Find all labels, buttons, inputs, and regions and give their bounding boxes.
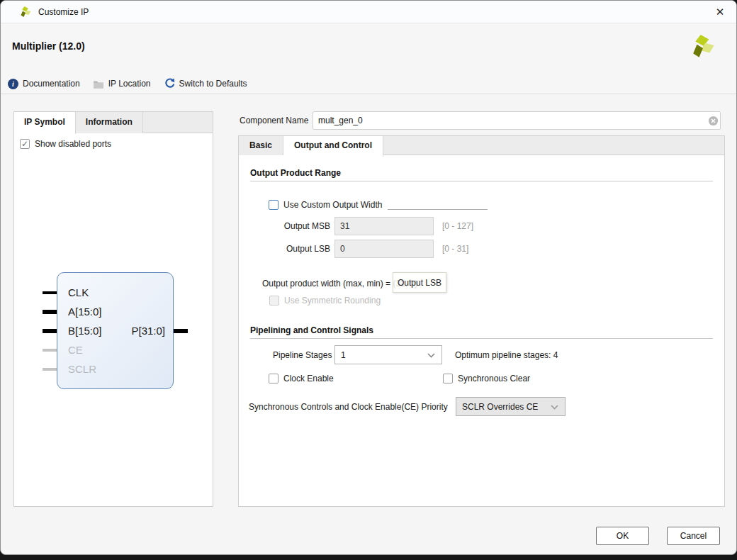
- synchronous-clear-checkbox[interactable]: [443, 374, 453, 383]
- left-tabbar: IP Symbol Information: [14, 112, 213, 133]
- priority-select[interactable]: SCLR Overrides CE: [456, 397, 566, 416]
- use-symmetric-rounding-row: Use Symmetric Rounding: [269, 296, 381, 306]
- port-b: B[15:0]: [68, 325, 102, 337]
- output-lsb-tooltip: Output LSB: [393, 272, 446, 293]
- ip-symbol-panel: IP Symbol Information ✓ Show disabled po…: [13, 111, 213, 507]
- decorative-rule: [388, 209, 488, 210]
- ip-location-label: IP Location: [108, 79, 151, 89]
- a-port-stub: [43, 310, 57, 314]
- component-name-label: Component Name: [240, 116, 308, 125]
- section-divider: [250, 181, 713, 181]
- tab-information[interactable]: Information: [76, 112, 143, 133]
- documentation-label: Documentation: [23, 79, 80, 89]
- port-a: A[15:0]: [68, 306, 102, 318]
- ip-symbol-body: CLK A[15:0] B[15:0] CE SCLR P[31:0]: [57, 272, 174, 389]
- sclr-port-stub: [43, 368, 57, 371]
- cancel-button[interactable]: Cancel: [667, 527, 720, 545]
- port-p: P[31:0]: [131, 325, 165, 337]
- output-product-range-title: Output Product Range: [250, 168, 341, 178]
- use-symmetric-rounding-label: Use Symmetric Rounding: [284, 296, 381, 306]
- synchronous-clear-row: Synchronous Clear: [443, 374, 530, 383]
- clk-port-stub: [43, 291, 57, 294]
- clock-enable-checkbox[interactable]: [269, 374, 279, 383]
- title-bar: Customize IP ✕: [1, 1, 736, 23]
- b-port-stub: [43, 329, 57, 333]
- component-name-input[interactable]: [313, 111, 721, 130]
- clock-enable-label: Clock Enable: [283, 374, 334, 383]
- use-symmetric-rounding-checkbox: [269, 296, 279, 306]
- pipeline-stages-value: 1: [341, 350, 346, 360]
- config-tabbar: Basic Output and Control: [238, 135, 725, 155]
- tab-ip-symbol[interactable]: IP Symbol: [14, 112, 76, 134]
- priority-value: SCLR Overrides CE: [462, 402, 538, 412]
- dialog-header: Multiplier (12.0) i Documentation IP Loc…: [1, 23, 736, 94]
- header-toolbar: i Documentation IP Location Switch to De…: [8, 77, 247, 91]
- optimum-pipeline-text: Optimum pipeline stages: 4: [455, 350, 558, 360]
- port-sclr: SCLR: [68, 363, 96, 375]
- use-custom-output-width-checkbox[interactable]: [269, 200, 279, 210]
- show-disabled-ports-row: ✓ Show disabled ports: [20, 139, 111, 149]
- use-custom-output-width-row: Use Custom Output Width: [269, 200, 382, 210]
- output-lsb-input[interactable]: [334, 240, 434, 258]
- tab-basic[interactable]: Basic: [239, 136, 283, 156]
- clear-icon[interactable]: [708, 116, 719, 126]
- section-divider: [250, 338, 713, 339]
- customize-ip-dialog: Customize IP ✕ Multiplier (12.0) i Docum…: [0, 0, 737, 555]
- pipelining-title: Pipelining and Control Signals: [250, 325, 373, 335]
- output-lsb-range: [0 - 31]: [442, 244, 468, 254]
- documentation-button[interactable]: i Documentation: [8, 79, 80, 89]
- switch-to-defaults-button[interactable]: Switch to Defaults: [164, 78, 247, 89]
- chevron-down-icon: [427, 353, 435, 358]
- ip-symbol-diagram: CLK A[15:0] B[15:0] CE SCLR P[31:0]: [43, 272, 188, 391]
- pipeline-stages-select[interactable]: 1: [334, 345, 442, 364]
- close-icon[interactable]: ✕: [711, 4, 729, 21]
- port-clk: CLK: [68, 286, 89, 298]
- switch-to-defaults-label: Switch to Defaults: [179, 79, 247, 89]
- p-port-stub: [174, 329, 188, 333]
- priority-label: Synchronous Controls and Clock Enable(CE…: [249, 402, 448, 412]
- page-title: Multiplier (12.0): [12, 40, 85, 52]
- window-title: Customize IP: [38, 1, 89, 23]
- output-and-control-content: Output Product Range Use Custom Output W…: [238, 155, 725, 507]
- show-disabled-ports-label: Show disabled ports: [35, 139, 111, 149]
- ce-port-stub: [43, 349, 57, 352]
- port-ce: CE: [68, 344, 83, 356]
- clock-enable-row: Clock Enable: [269, 374, 334, 383]
- info-icon: i: [8, 79, 18, 89]
- use-custom-output-width-label: Use Custom Output Width: [283, 200, 382, 210]
- output-lsb-label: Output LSB: [283, 244, 330, 254]
- refresh-icon: [164, 78, 175, 89]
- ip-location-button[interactable]: IP Location: [93, 79, 151, 89]
- tab-output-and-control[interactable]: Output and Control: [283, 136, 383, 157]
- pipeline-stages-label: Pipeline Stages: [273, 350, 332, 360]
- show-disabled-ports-checkbox[interactable]: ✓: [20, 139, 30, 149]
- xilinx-logo-icon: [20, 6, 33, 18]
- folder-icon: [93, 79, 104, 89]
- chevron-down-icon: [551, 405, 558, 410]
- output-msb-range: [0 - 127]: [442, 221, 473, 231]
- ok-button[interactable]: OK: [596, 527, 649, 545]
- output-msb-label: Output MSB: [283, 221, 330, 231]
- output-msb-input[interactable]: [334, 217, 434, 235]
- xilinx-logo-icon: [691, 33, 718, 60]
- synchronous-clear-label: Synchronous Clear: [458, 374, 530, 383]
